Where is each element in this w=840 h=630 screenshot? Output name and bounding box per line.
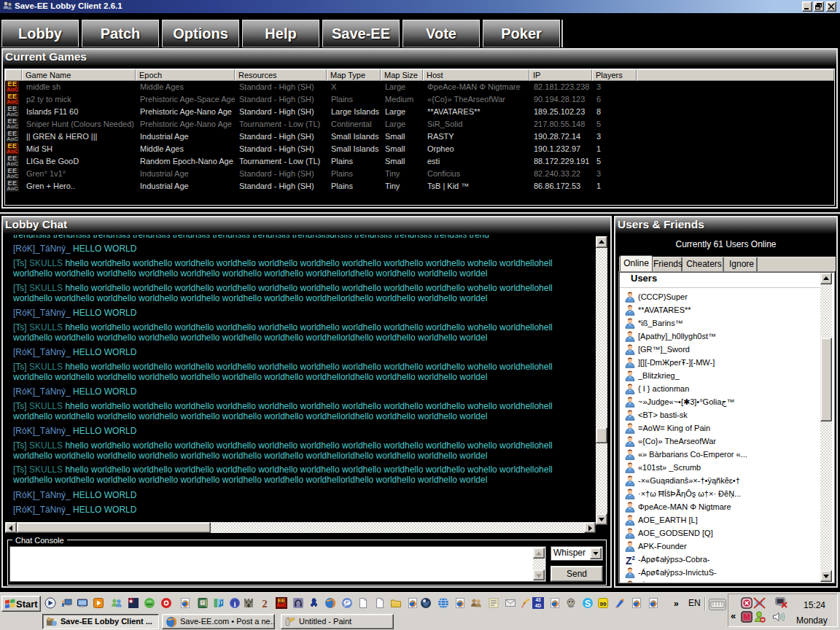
- svg-text:M: M: [743, 612, 750, 621]
- svg-text:2: 2: [262, 598, 268, 610]
- svg-text:99: 99: [600, 601, 607, 607]
- svg-text:S: S: [585, 599, 591, 609]
- svg-text:i: i: [233, 599, 236, 608]
- svg-text:P: P: [346, 600, 349, 605]
